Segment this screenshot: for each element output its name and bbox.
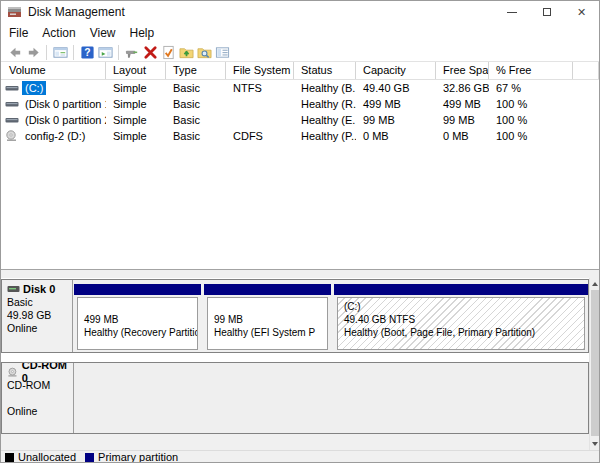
cell-status: Healthy (R... xyxy=(294,98,356,110)
disk-status: Online xyxy=(7,405,71,418)
vertical-scrollbar[interactable] xyxy=(589,278,599,450)
cell-capacity: 99 MB xyxy=(356,114,436,126)
menu-help[interactable]: Help xyxy=(123,24,162,42)
cell-free-space: 32.86 GB xyxy=(436,82,489,94)
cell-type: Basic xyxy=(166,82,226,94)
cell-layout: Simple xyxy=(106,130,166,142)
minimize-button[interactable] xyxy=(494,1,529,23)
unallocated-swatch xyxy=(5,453,14,462)
column-header-filler xyxy=(573,62,599,79)
close-button[interactable]: ✕ xyxy=(564,1,599,23)
column-header-capacity[interactable]: Capacity xyxy=(356,62,436,79)
disk-0-band: Disk 0 Basic 49.98 GB Online 499 MB Heal… xyxy=(1,279,589,353)
disk-kind: Basic xyxy=(7,296,70,309)
volume-list-header: Volume Layout Type File System Status Ca… xyxy=(1,62,599,80)
pane-bottom-fill xyxy=(1,434,599,450)
cdrom-0-band: CD-ROM 0 CD-ROM Online xyxy=(1,362,589,434)
disk-management-window: Disk Management ✕ File Action View Help … xyxy=(0,0,600,463)
column-header-layout[interactable]: Layout xyxy=(106,62,166,79)
scroll-up-icon[interactable] xyxy=(590,279,600,289)
cell-pct-free: 100 % xyxy=(489,130,573,142)
cell-free-space: 499 MB xyxy=(436,98,489,110)
app-icon xyxy=(8,6,22,18)
column-header-volume[interactable]: Volume xyxy=(1,62,106,79)
volume-list: Volume Layout Type File System Status Ca… xyxy=(1,62,599,269)
drive-icon xyxy=(5,114,19,126)
cd-icon xyxy=(5,130,19,142)
column-header-type[interactable]: Type xyxy=(166,62,226,79)
cell-type: Basic xyxy=(166,130,226,142)
partition-line1 xyxy=(214,300,327,313)
menu-file[interactable]: File xyxy=(2,24,35,42)
help-icon[interactable]: ? xyxy=(79,44,95,60)
cell-layout: Simple xyxy=(106,98,166,110)
disk-icon xyxy=(7,285,20,293)
drive-icon xyxy=(5,82,19,94)
column-header-pct-free[interactable]: % Free xyxy=(489,62,573,79)
partition-c[interactable]: (C:) 49.40 GB NTFS Healthy (Boot, Page F… xyxy=(334,282,588,350)
pane-splitter[interactable] xyxy=(1,269,599,278)
explore-folder-icon[interactable] xyxy=(196,44,212,60)
cell-capacity: 499 MB xyxy=(356,98,436,110)
disk-0-graph: 499 MB Healthy (Recovery Partition) 99 M… xyxy=(73,280,588,352)
volume-name: (Disk 0 partition 2) xyxy=(22,113,106,127)
menu-view[interactable]: View xyxy=(83,24,123,42)
maximize-button[interactable] xyxy=(529,1,564,23)
partition-line1 xyxy=(84,300,197,313)
column-header-file-system[interactable]: File System xyxy=(226,62,294,79)
disk-name: Disk 0 xyxy=(23,283,55,296)
table-row[interactable]: config-2 (D:) Simple Basic CDFS Healthy … xyxy=(1,128,599,144)
table-row[interactable]: (Disk 0 partition 2) Simple Basic Health… xyxy=(1,112,599,128)
toolbar-separator xyxy=(118,45,119,60)
scrollbar-thumb[interactable] xyxy=(591,290,599,436)
partition-size: 499 MB xyxy=(84,313,197,326)
volume-name: (Disk 0 partition 1) xyxy=(22,97,106,111)
table-row[interactable]: (Disk 0 partition 1) Simple Basic Health… xyxy=(1,96,599,112)
cell-type: Basic xyxy=(166,114,226,126)
disk-0-info-panel[interactable]: Disk 0 Basic 49.98 GB Online xyxy=(2,280,73,352)
back-icon[interactable] xyxy=(7,44,23,60)
column-header-status[interactable]: Status xyxy=(294,62,356,79)
menu-action[interactable]: Action xyxy=(35,24,82,42)
console-tree-icon[interactable] xyxy=(52,44,68,60)
check-document-icon[interactable] xyxy=(160,44,176,60)
cd-icon xyxy=(7,367,19,378)
cell-status: Healthy (E... xyxy=(294,114,356,126)
close-icon: ✕ xyxy=(577,7,586,18)
delete-volume-icon[interactable] xyxy=(142,44,158,60)
partition-recovery[interactable]: 499 MB Healthy (Recovery Partition) xyxy=(74,282,201,350)
cell-free-space: 99 MB xyxy=(436,114,489,126)
disk-size xyxy=(7,392,71,405)
cell-file-system: NTFS xyxy=(226,82,294,94)
cell-capacity: 0 MB xyxy=(356,130,436,142)
partition-size: 49.40 GB NTFS xyxy=(344,313,584,326)
properties-icon[interactable] xyxy=(214,44,230,60)
column-header-free-space[interactable]: Free Spa... xyxy=(436,62,489,79)
partition-color-bar xyxy=(74,284,201,295)
scroll-down-icon[interactable] xyxy=(590,439,600,449)
cdrom-0-graph[interactable] xyxy=(74,363,588,433)
minimize-icon xyxy=(507,12,517,13)
drive-icon xyxy=(5,98,19,110)
primary-partition-swatch xyxy=(85,453,94,462)
tool-icon[interactable] xyxy=(124,44,140,60)
volume-name: config-2 (D:) xyxy=(22,129,89,143)
action-pane-icon[interactable] xyxy=(97,44,113,60)
cell-status: Healthy (P... xyxy=(294,130,356,142)
cell-status: Healthy (B... xyxy=(294,82,356,94)
partition-efi[interactable]: 99 MB Healthy (EFI System P xyxy=(204,282,331,350)
toolbar: ? xyxy=(1,43,599,62)
partition-color-bar xyxy=(204,284,331,295)
window-title: Disk Management xyxy=(28,5,494,19)
cdrom-0-info-panel[interactable]: CD-ROM 0 CD-ROM Online xyxy=(2,363,74,433)
partition-status: Healthy (Recovery Partition) xyxy=(84,326,197,339)
open-folder-icon[interactable] xyxy=(178,44,194,60)
partition-name: (C:) xyxy=(344,300,584,313)
partition-color-bar xyxy=(334,284,588,295)
table-row[interactable]: (C:) Simple Basic NTFS Healthy (B... 49.… xyxy=(1,80,599,96)
cell-file-system: CDFS xyxy=(226,130,294,142)
title-bar: Disk Management ✕ xyxy=(1,1,599,23)
partition-size: 99 MB xyxy=(214,313,327,326)
forward-icon[interactable] xyxy=(25,44,41,60)
cell-layout: Simple xyxy=(106,82,166,94)
